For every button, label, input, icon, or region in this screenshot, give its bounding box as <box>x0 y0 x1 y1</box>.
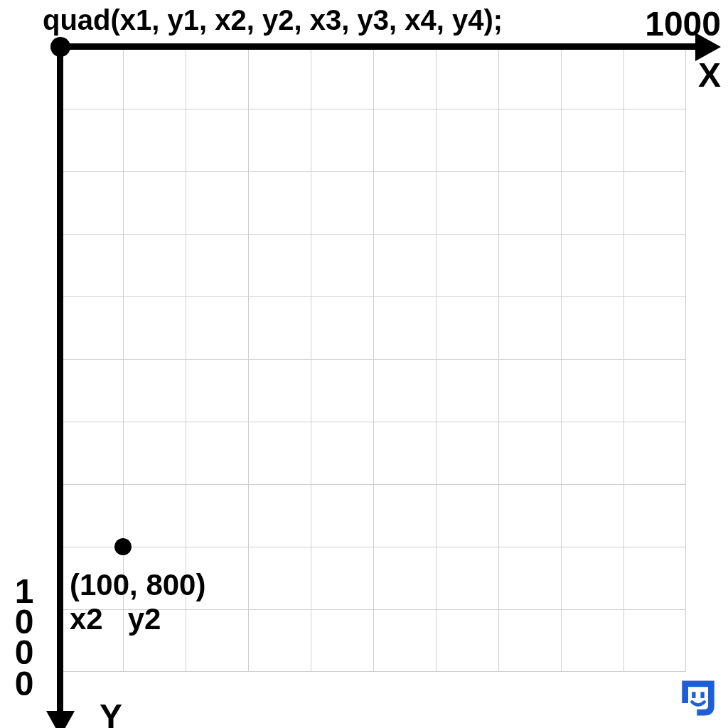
data-point-coord: (100, 800) <box>70 568 205 602</box>
grid-line-v <box>498 46 499 672</box>
param-x: x2 <box>70 602 103 636</box>
x-axis-arrow-icon <box>695 33 721 61</box>
param-y: y2 <box>128 602 161 636</box>
y-max-d0: 1 <box>10 576 38 606</box>
x-axis-line <box>57 43 697 50</box>
logo-icon <box>678 678 718 718</box>
grid-line-h <box>60 484 686 485</box>
origin-dot-icon <box>50 37 70 57</box>
data-point-icon <box>114 538 132 555</box>
x-axis-label: X <box>698 55 721 95</box>
svg-rect-0 <box>692 692 695 698</box>
y-axis-arrow-icon <box>46 711 75 728</box>
grid-line-v <box>561 46 562 672</box>
grid-line-h <box>60 547 686 547</box>
svg-rect-1 <box>701 692 705 698</box>
y-axis-label: Y <box>100 697 122 728</box>
y-max-d2: 0 <box>10 637 38 668</box>
y-max-d1: 0 <box>10 606 38 637</box>
diagram-title: quad(x1, y1, x2, y2, x3, y3, x4, y4); <box>43 4 503 36</box>
y-axis-line <box>57 40 63 722</box>
data-point-params: x2 y2 <box>70 602 205 636</box>
y-max-d3: 0 <box>10 668 38 699</box>
grid-line-v <box>623 46 624 672</box>
grid-line-h <box>60 422 686 422</box>
grid-line-v <box>436 46 437 672</box>
grid-line-h <box>60 359 686 360</box>
data-point-label: (100, 800) x2 y2 <box>70 568 205 636</box>
diagram-stage: quad(x1, y1, x2, y2, x3, y3, x4, y4); 10… <box>0 0 728 728</box>
y-axis-max-label: 1 0 0 0 <box>10 576 38 699</box>
